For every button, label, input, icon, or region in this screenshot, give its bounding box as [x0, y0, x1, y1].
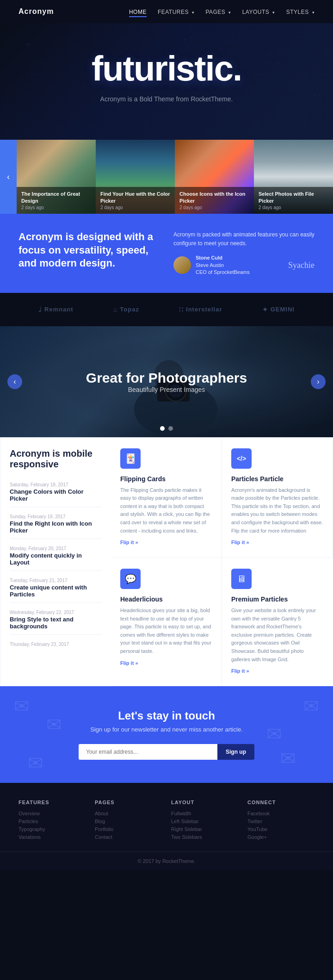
- card-label-2: Find Your Hue with the Color Picker 2 da…: [96, 187, 175, 214]
- footer-link-contact[interactable]: Contact: [95, 834, 162, 840]
- envelope-icon-4: ✉: [303, 695, 319, 717]
- footer-col-connect: CONNECT Facebook Twitter YouTube Google+: [247, 800, 314, 842]
- card-item-1[interactable]: The Importance of Great Design 2 days ag…: [17, 140, 96, 214]
- card-title-2: Find Your Hue with the Color Picker: [100, 191, 170, 204]
- news-heading-5[interactable]: Bring Style to text and backgrounds: [10, 616, 102, 630]
- footer-link-left-sidebar[interactable]: Left Sidebar: [171, 819, 238, 824]
- news-heading-4[interactable]: Create unique content with Particles: [10, 584, 102, 598]
- partner-name-4: GEMINI: [271, 306, 295, 313]
- footer-link-portfolio[interactable]: Portfolio: [95, 826, 162, 832]
- news-heading-2[interactable]: Find the Right Icon with Icon Picker: [10, 520, 102, 534]
- photo-dots: [160, 426, 173, 431]
- footer-link-facebook[interactable]: Facebook: [247, 811, 314, 816]
- author-name: Stone Culd: [196, 255, 222, 261]
- feature-card-3-link[interactable]: Flip it »: [120, 660, 138, 666]
- feature-card-1-link[interactable]: Flip it »: [120, 540, 138, 545]
- nav-link-pages[interactable]: PAGES ▾: [205, 9, 231, 15]
- partner-remnant: ♩ Remnant: [38, 306, 74, 313]
- partner-name: Remnant: [44, 306, 74, 313]
- news-column: Acronym is mobile responsive Saturday, F…: [0, 437, 111, 687]
- cards-wrapper: ‹ The Importance of Great Design 2 days …: [0, 140, 333, 214]
- envelope-icon-5: ✉: [280, 748, 296, 769]
- news-item-1: Saturday, February 18, 2017 Change Color…: [10, 475, 102, 507]
- nav-link-styles[interactable]: STYLES ▾: [286, 9, 314, 15]
- cards-prev-button[interactable]: ‹: [0, 140, 17, 214]
- author-signature: Syachie: [288, 259, 314, 272]
- footer-link-overview[interactable]: Overview: [18, 811, 86, 816]
- cards-row: The Importance of Great Design 2 days ag…: [17, 140, 333, 214]
- envelope-icon-6: ✉: [266, 723, 282, 744]
- nav-item-pages[interactable]: PAGES ▾: [205, 7, 231, 16]
- card-title-4: Select Photos with File Picker: [259, 191, 328, 204]
- footer-link-youtube[interactable]: YouTube: [247, 826, 314, 832]
- music-icon: ♩: [38, 306, 42, 313]
- chevron-down-icon: ▾: [272, 10, 275, 15]
- feature-card-4-link[interactable]: Flip it »: [231, 668, 249, 674]
- footer-links: FEATURES Overview Particles Typography V…: [0, 783, 333, 851]
- hero-subtitle: Acronym is a Bold Theme from RocketTheme…: [18, 95, 314, 103]
- nav-link-home[interactable]: HOME: [129, 9, 147, 17]
- footer-link-right-sidebar[interactable]: Right Sidebar: [171, 826, 238, 832]
- author-title: Steve Austin: [196, 262, 224, 268]
- card-title-1: The Importance of Great Design: [21, 191, 91, 204]
- nav-link-layouts[interactable]: LAYOUTS ▾: [242, 9, 275, 15]
- feature-card-4-title: Premium Particles: [231, 595, 324, 603]
- star-icon: ✦: [262, 306, 268, 313]
- nav-item-styles[interactable]: STYLES ▾: [286, 7, 314, 16]
- news-date-2: Monday, February 20, 2017: [10, 546, 66, 551]
- footer-link-variations[interactable]: Variations: [18, 834, 86, 840]
- nav-item-home[interactable]: HOME: [129, 7, 147, 16]
- card-item-3[interactable]: Choose Icons with the Icon Picker 2 days…: [175, 140, 254, 214]
- photo-next-button[interactable]: ›: [311, 374, 326, 389]
- hero-section: futuristic. Acronym is a Bold Theme from…: [0, 23, 333, 140]
- feature-card-2-link[interactable]: Flip it »: [231, 540, 249, 545]
- footer-link-two-sidebars[interactable]: Two Sidebars: [171, 834, 238, 840]
- feature-card-3-title: Headerlicious: [120, 595, 212, 603]
- author-role: CEO of SprocketBeams: [196, 269, 250, 275]
- news-item-2: Sunday, February 19, 2017 Find the Right…: [10, 507, 102, 539]
- dot-2[interactable]: [168, 426, 173, 431]
- footer-bottom: © 2017 by RocketTheme.: [0, 851, 333, 870]
- news-item-4: Tuesday, February 21, 2017 Create unique…: [10, 571, 102, 603]
- footer-link-typography[interactable]: Typography: [18, 826, 86, 832]
- svg-point-2: [184, 39, 186, 41]
- footer-link-blog[interactable]: Blog: [95, 819, 162, 824]
- photo-section: Great for Photographers Beautifully Pres…: [0, 326, 333, 437]
- site-logo[interactable]: Acronym: [18, 7, 54, 16]
- card-date-2: 2 days ago: [100, 205, 170, 210]
- footer-link-about[interactable]: About: [95, 811, 162, 816]
- copyright-text: © 2017 by RocketTheme.: [138, 858, 196, 864]
- nav-item-layouts[interactable]: LAYOUTS ▾: [242, 7, 275, 16]
- nav-item-features[interactable]: FEATURES ▾: [158, 7, 194, 16]
- footer-col-layout-heading: LAYOUT: [171, 800, 238, 805]
- feature-card-4-text: Give your website a look entirely your o…: [231, 607, 324, 664]
- footer-link-particles[interactable]: Particles: [18, 819, 86, 824]
- partner-interstellar: ∷ Interstellar: [179, 306, 222, 313]
- feature-card-3: 💬 Headerlicious Headerlicious gives your…: [111, 558, 222, 686]
- hero-title: futuristic.: [18, 51, 314, 86]
- card-title-3: Choose Icons with the Icon Picker: [179, 191, 249, 204]
- news-heading-3[interactable]: Modify content quickly in Layout: [10, 552, 102, 566]
- card-item-4[interactable]: Select Photos with File Picker 2 days ag…: [254, 140, 333, 214]
- footer-col-features: FEATURES Overview Particles Typography V…: [18, 800, 86, 842]
- footer-link-twitter[interactable]: Twitter: [247, 819, 314, 824]
- news-date-0: Saturday, February 18, 2017: [10, 482, 68, 487]
- nav-links: HOME FEATURES ▾ PAGES ▾ LAYOUTS ▾ STYLES…: [129, 7, 314, 16]
- feature-author: Stone Culd Steve Austin CEO of SprocketB…: [173, 254, 314, 276]
- footer-link-googleplus[interactable]: Google+: [247, 834, 314, 840]
- nav-link-features[interactable]: FEATURES ▾: [158, 9, 194, 15]
- footer-link-fullwidth[interactable]: Fullwidth: [171, 811, 238, 816]
- premium-particles-icon: 🖥: [231, 569, 252, 589]
- photo-prev-button[interactable]: ‹: [7, 374, 22, 389]
- dot-1[interactable]: [160, 426, 165, 431]
- signup-button[interactable]: Sign up: [217, 744, 254, 760]
- email-input[interactable]: [79, 744, 217, 760]
- news-date-5: Thursday, February 23, 2017: [10, 642, 69, 647]
- feature-card-2: </> Particles Particle Acronym's animate…: [222, 437, 333, 558]
- card-item-2[interactable]: Find Your Hue with the Color Picker 2 da…: [96, 140, 175, 214]
- envelope-icon-2: ✉: [46, 714, 62, 735]
- news-heading-1[interactable]: Change Colors with Color Picker: [10, 488, 102, 502]
- avatar: [173, 256, 191, 274]
- footer-col-pages-heading: PAGES: [95, 800, 162, 805]
- feature-card-2-text: Acronym's animated background is made po…: [231, 486, 323, 535]
